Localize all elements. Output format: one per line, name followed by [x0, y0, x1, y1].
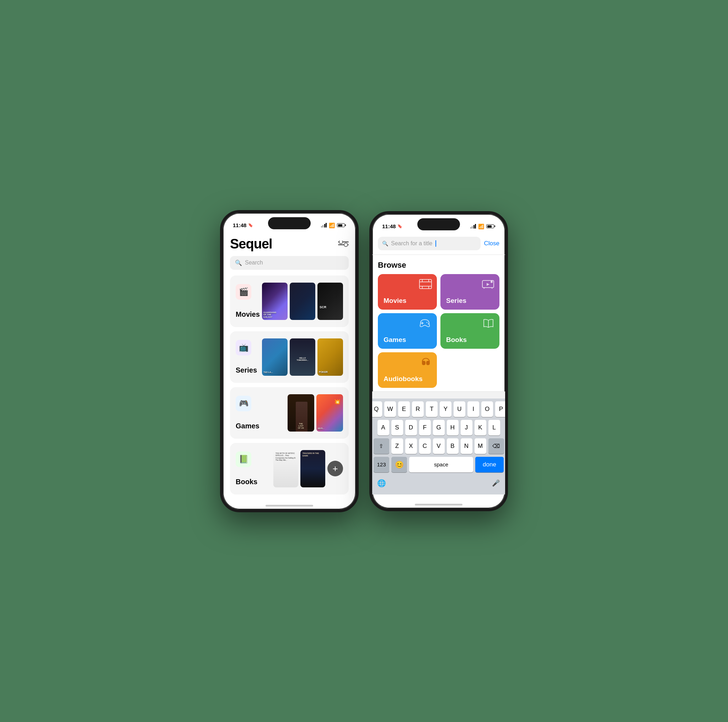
- key-b[interactable]: B: [447, 438, 459, 454]
- status-icons-1: 📶: [321, 223, 346, 228]
- search-bar-1[interactable]: 🔍 Search: [230, 256, 349, 270]
- poster-fastfurious: [290, 283, 315, 320]
- keyboard-row-4: 123 😊 space done: [373, 457, 504, 473]
- svg-rect-4: [419, 279, 431, 289]
- games-posters: THELASTOF US 💥 HI-FI...: [288, 394, 343, 431]
- globe-key[interactable]: 🌐: [373, 475, 389, 491]
- space-key[interactable]: space: [409, 457, 473, 473]
- browse-games-icon: [418, 318, 432, 330]
- phone2-content: 🔍 Search for a title Close Browse: [372, 234, 505, 494]
- browse-card-books[interactable]: Books: [440, 313, 499, 349]
- status-time-1: 11:48: [233, 222, 246, 228]
- mic-key[interactable]: 🎤: [488, 475, 504, 491]
- text-cursor: [436, 240, 436, 247]
- wifi-icon-1: 📶: [329, 223, 335, 228]
- poster-hello-tomorrow: HELLOTOMORRA...: [290, 338, 315, 376]
- key-m[interactable]: M: [474, 438, 486, 454]
- search-placeholder-1: Search: [245, 260, 263, 266]
- status-time-2: 11:48: [382, 223, 396, 229]
- keyboard-area: Q W E R T Y U I O P A S D F G: [372, 399, 505, 494]
- poster-lastofus-container: THELASTOF US: [288, 394, 314, 431]
- key-u[interactable]: U: [454, 401, 465, 417]
- home-indicator-2: [415, 504, 462, 505]
- category-card-series[interactable]: 📺 Series TED LA... HELLOTOMORRA... POKER: [230, 331, 349, 383]
- browse-card-movies[interactable]: Movies: [378, 274, 437, 310]
- keyboard-row-5: 🌐 🎤: [373, 475, 504, 491]
- category-card-movies[interactable]: 🎬 Movies GUARDIANSOF THEGALAXY SCR: [230, 275, 349, 327]
- games-icon: 🎮: [236, 396, 251, 411]
- key-y[interactable]: Y: [440, 401, 451, 417]
- browse-card-audiobooks[interactable]: Audiobooks: [378, 352, 437, 388]
- phone-2: 11:48 🔖 📶 🔍 Search for a title: [369, 211, 508, 511]
- category-card-games[interactable]: 🎮 Games THELASTOF US 💥 HI-FI...: [230, 387, 349, 439]
- key-z[interactable]: Z: [392, 438, 403, 454]
- books-posters: THE MYTH OF ARTIFIC INTELLIG... How Comp…: [273, 450, 343, 487]
- key-p[interactable]: P: [495, 401, 507, 417]
- keyboard-row-1: Q W E R T Y U I O P: [373, 401, 504, 417]
- key-w[interactable]: W: [384, 401, 396, 417]
- key-c[interactable]: C: [419, 438, 431, 454]
- key-r[interactable]: R: [412, 401, 424, 417]
- key-e[interactable]: E: [398, 401, 410, 417]
- key-q[interactable]: Q: [370, 401, 382, 417]
- games-label: Games: [236, 422, 260, 430]
- key-h[interactable]: H: [447, 420, 459, 436]
- browse-card-games[interactable]: Games: [378, 313, 437, 349]
- key-n[interactable]: N: [461, 438, 473, 454]
- keyboard-separator: [372, 392, 505, 399]
- delete-key[interactable]: ⌫: [488, 438, 504, 454]
- signal-icon-1: [321, 223, 327, 228]
- movies-posters: GUARDIANSOF THEGALAXY SCR: [262, 283, 343, 320]
- numbers-key[interactable]: 123: [373, 457, 389, 473]
- dynamic-island-1: [268, 217, 310, 229]
- poster-gotg: GUARDIANSOF THEGALAXY: [262, 283, 288, 320]
- browse-series-label: Series: [446, 297, 466, 304]
- status-icons-2: 📶: [470, 223, 496, 229]
- category-card-books[interactable]: 📗 Books THE MYTH OF ARTIFIC INTELLIG... …: [230, 443, 349, 494]
- svg-point-18: [428, 323, 429, 324]
- browse-audiobooks-label: Audiobooks: [384, 375, 423, 383]
- key-f[interactable]: F: [419, 420, 431, 436]
- dynamic-island-2: [418, 218, 460, 230]
- search-input-bar[interactable]: 🔍 Search for a title: [378, 237, 480, 250]
- emoji-key[interactable]: 😊: [392, 457, 407, 473]
- app-header: Sequel: [230, 233, 349, 252]
- wifi-icon-2: 📶: [478, 223, 484, 229]
- browse-card-series[interactable]: Series: [440, 274, 499, 310]
- key-g[interactable]: G: [433, 420, 445, 436]
- browse-books-label: Books: [446, 336, 467, 344]
- svg-point-3: [344, 243, 348, 246]
- key-l[interactable]: L: [488, 420, 500, 436]
- battery-icon-1: [337, 223, 346, 227]
- status-bookmark-1: 🔖: [248, 223, 253, 228]
- key-j[interactable]: J: [461, 420, 473, 436]
- key-v[interactable]: V: [433, 438, 445, 454]
- battery-icon-2: [486, 224, 495, 228]
- key-s[interactable]: S: [392, 420, 403, 436]
- series-posters: TED LA... HELLOTOMORRA... POKER: [262, 338, 343, 376]
- key-a[interactable]: A: [378, 420, 389, 436]
- search-icon-1: 🔍: [235, 260, 242, 266]
- phone-1: 11:48 🔖 📶 Sequel: [220, 210, 359, 512]
- books-icon: 📗: [236, 451, 251, 467]
- key-d[interactable]: D: [405, 420, 417, 436]
- movies-card-left: 🎬 Movies: [236, 284, 260, 318]
- key-o[interactable]: O: [481, 401, 493, 417]
- key-x[interactable]: X: [405, 438, 417, 454]
- svg-point-2: [339, 241, 343, 244]
- book-poster-1: THE MYTH OF ARTIFIC INTELLIG... How Comp…: [273, 450, 298, 487]
- settings-icon[interactable]: [338, 239, 349, 249]
- key-i[interactable]: I: [468, 401, 479, 417]
- browse-movies-icon: [419, 279, 432, 292]
- shift-key[interactable]: ⇧: [373, 438, 389, 454]
- browse-movies-label: Movies: [384, 297, 406, 304]
- done-key[interactable]: done: [475, 457, 504, 473]
- poster-scream: SCR: [317, 283, 343, 320]
- key-t[interactable]: T: [426, 401, 437, 417]
- search-header: 🔍 Search for a title Close: [372, 234, 505, 255]
- close-button[interactable]: Close: [484, 240, 499, 247]
- poster-poker: POKER: [317, 338, 343, 376]
- games-card-left: 🎮 Games: [236, 396, 260, 430]
- books-add-button[interactable]: +: [327, 461, 343, 476]
- key-k[interactable]: K: [474, 420, 486, 436]
